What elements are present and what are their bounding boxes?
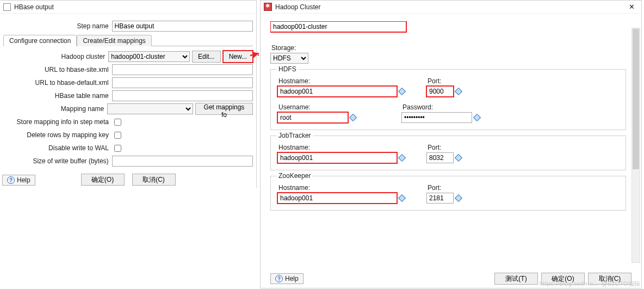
step-name-label: Step name bbox=[3, 22, 112, 30]
cancel-button[interactable]: 取消(C) bbox=[588, 273, 631, 285]
close-icon[interactable]: ✕ bbox=[626, 3, 638, 11]
edit-button[interactable]: Edit... bbox=[192, 51, 221, 63]
write-buffer-input[interactable] bbox=[112, 156, 253, 167]
var-icon[interactable] bbox=[398, 88, 406, 95]
url-default-label: URL to hbase-default.xml bbox=[3, 79, 112, 87]
window-title: HBase output bbox=[14, 3, 54, 11]
hdfs-user-label: Username: bbox=[278, 103, 356, 111]
app-icon bbox=[264, 3, 272, 11]
var-icon[interactable] bbox=[455, 154, 462, 162]
hdfs-host-label: Hostname: bbox=[278, 77, 405, 85]
zookeeper-group: ZooKeeper Hostname: Port: bbox=[270, 176, 626, 211]
hdfs-legend: HDFS bbox=[276, 65, 299, 73]
jt-port-label: Port: bbox=[428, 144, 461, 151]
url-site-label: URL to hbase-site.xml bbox=[3, 66, 112, 73]
hdfs-user-input[interactable] bbox=[277, 112, 348, 123]
storage-label: Storage: bbox=[271, 44, 626, 52]
store-mapping-label: Store mapping info in step meta bbox=[3, 118, 112, 126]
help-label: Help bbox=[285, 275, 299, 282]
mapping-name-label: Mapping name bbox=[3, 105, 107, 113]
ok-button[interactable]: 确定(O) bbox=[81, 174, 125, 186]
jt-host-input[interactable] bbox=[277, 152, 397, 163]
var-icon[interactable] bbox=[349, 114, 357, 121]
var-icon[interactable] bbox=[455, 194, 462, 202]
get-mappings-button[interactable]: Get mappings fo bbox=[195, 103, 253, 115]
zk-port-label: Port: bbox=[428, 184, 461, 192]
mapping-name-select[interactable] bbox=[107, 103, 193, 114]
help-icon: ? bbox=[275, 275, 283, 282]
help-label: Help bbox=[17, 176, 30, 184]
tabs: Configure connection Create/Edit mapping… bbox=[3, 34, 253, 46]
table-name-label: HBase table name bbox=[3, 92, 112, 100]
hadoop-cluster-dialog: Hadoop Cluster ✕ Storage: HDFS HDFS Host… bbox=[260, 0, 642, 288]
hadoop-cluster-label: Hadoop cluster bbox=[3, 53, 108, 60]
hdfs-host-input[interactable] bbox=[277, 86, 397, 97]
storage-select[interactable]: HDFS bbox=[270, 53, 308, 64]
ok-button[interactable]: 确定(O) bbox=[541, 273, 585, 285]
titlebar: HBase output bbox=[0, 1, 256, 14]
help-icon: ? bbox=[7, 176, 15, 184]
jobtracker-group: JobTracker Hostname: Port: bbox=[270, 136, 626, 170]
store-mapping-checkbox[interactable] bbox=[114, 119, 121, 126]
url-site-input[interactable] bbox=[112, 64, 253, 75]
disable-wal-label: Disable write to WAL bbox=[3, 144, 112, 152]
test-button[interactable]: 测试(T) bbox=[494, 273, 538, 285]
hdfs-port-label: Port: bbox=[428, 77, 461, 85]
cancel-button[interactable]: 取消(C) bbox=[132, 174, 176, 186]
hdfs-port-input[interactable] bbox=[426, 86, 454, 97]
write-buffer-label: Size of write buffer (bytes) bbox=[3, 157, 112, 165]
table-name-input[interactable] bbox=[112, 90, 253, 101]
scrollbar-thumb[interactable] bbox=[633, 29, 639, 169]
disable-wal-checkbox[interactable] bbox=[114, 145, 121, 152]
step-name-input[interactable] bbox=[112, 21, 253, 32]
hdfs-pass-input[interactable] bbox=[401, 112, 472, 123]
tab-configure-connection[interactable]: Configure connection bbox=[3, 35, 77, 46]
hdfs-group: HDFS Hostname: Port: bbox=[270, 69, 626, 130]
url-default-input[interactable] bbox=[112, 77, 253, 88]
var-icon[interactable] bbox=[455, 88, 462, 95]
scrollbar[interactable] bbox=[631, 28, 640, 263]
help-button[interactable]: ? Help bbox=[2, 175, 35, 186]
zk-host-input[interactable] bbox=[277, 193, 397, 204]
zk-host-label: Hostname: bbox=[278, 184, 405, 192]
delete-rows-label: Delete rows by mapping key bbox=[3, 131, 112, 139]
tab-create-edit-mappings[interactable]: Create/Edit mappings bbox=[77, 35, 151, 46]
titlebar: Hadoop Cluster ✕ bbox=[261, 1, 641, 14]
var-icon[interactable] bbox=[398, 194, 406, 202]
hadoop-cluster-select[interactable]: hadoop001-cluster bbox=[108, 51, 190, 62]
zk-port-input[interactable] bbox=[426, 193, 454, 204]
jt-legend: JobTracker bbox=[276, 132, 313, 139]
cluster-name-input[interactable] bbox=[270, 21, 406, 32]
delete-rows-checkbox[interactable] bbox=[114, 132, 121, 139]
new-button[interactable]: New... bbox=[223, 51, 253, 63]
jt-host-label: Hostname: bbox=[278, 144, 405, 151]
var-icon[interactable] bbox=[398, 154, 406, 162]
help-button[interactable]: ? Help bbox=[270, 273, 304, 284]
zk-legend: ZooKeeper bbox=[276, 172, 313, 180]
hbase-output-dialog: HBase output Step name Configure connect… bbox=[0, 0, 257, 188]
app-icon bbox=[3, 3, 11, 11]
var-icon[interactable] bbox=[473, 114, 481, 121]
jt-port-input[interactable] bbox=[426, 152, 454, 163]
window-title: Hadoop Cluster bbox=[275, 3, 320, 11]
hdfs-pass-label: Password: bbox=[403, 103, 480, 111]
